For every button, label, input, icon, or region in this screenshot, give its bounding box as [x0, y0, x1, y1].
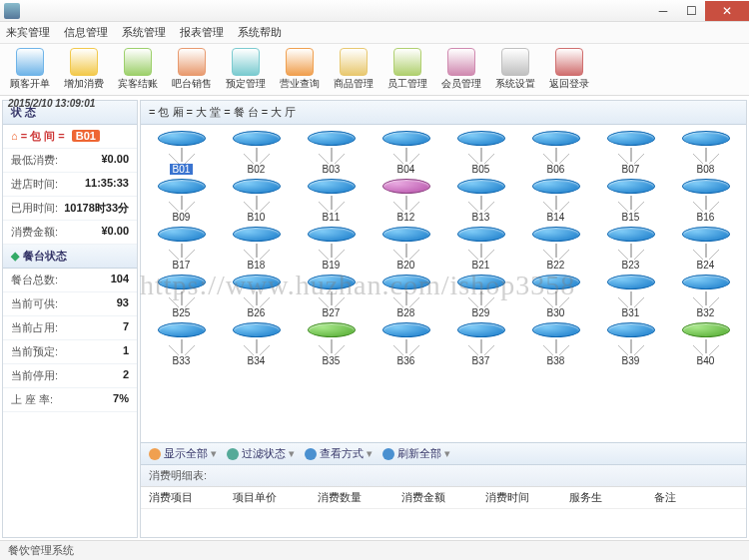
- table-label: B02: [245, 164, 269, 175]
- table-legs-icon: [390, 146, 422, 164]
- table-B36[interactable]: B36: [374, 322, 438, 366]
- table-B04[interactable]: B04: [374, 131, 438, 175]
- col-header[interactable]: 消费数量: [318, 490, 401, 505]
- table-B07[interactable]: B07: [598, 131, 663, 175]
- menu-item[interactable]: 报表管理: [180, 25, 224, 40]
- side-row: 消费金额:¥0.00: [3, 221, 137, 245]
- table-B15[interactable]: B15: [598, 179, 663, 223]
- table-B12[interactable]: B12: [374, 179, 438, 223]
- toolbar-label: 员工管理: [387, 77, 427, 91]
- menu-item[interactable]: 信息管理: [64, 25, 108, 40]
- table-B39[interactable]: B39: [598, 322, 663, 366]
- minimize-button[interactable]: ─: [649, 1, 677, 21]
- table-icon: [158, 322, 206, 337]
- table-stats-header: ◆餐台状态: [3, 245, 137, 269]
- table-B30[interactable]: B30: [523, 275, 588, 318]
- col-header[interactable]: 消费项目: [149, 490, 233, 505]
- table-B01[interactable]: B01: [149, 131, 214, 175]
- table-B08[interactable]: B08: [673, 131, 738, 175]
- table-B03[interactable]: B03: [299, 131, 364, 175]
- table-icon: [457, 322, 505, 337]
- table-B11[interactable]: B11: [299, 179, 364, 223]
- table-label: B28: [394, 307, 418, 318]
- filter-查看方式[interactable]: 查看方式▾: [305, 446, 373, 461]
- toolbar-吧台销售[interactable]: 吧台销售: [168, 48, 216, 91]
- table-B06[interactable]: B06: [523, 131, 588, 175]
- table-B24[interactable]: B24: [673, 227, 738, 271]
- menu-item[interactable]: 系统管理: [122, 25, 166, 40]
- table-icon: [532, 227, 580, 242]
- toolbar-宾客结账[interactable]: 宾客结账: [114, 48, 162, 91]
- current-room: ⌂ = 包 间 = B01: [3, 125, 137, 149]
- row-label: 消费金额:: [11, 225, 58, 240]
- area-tabs[interactable]: = 包 厢 = 大 堂 = 餐 台 = 大 厅: [141, 101, 746, 125]
- table-label: B14: [544, 212, 568, 223]
- table-B14[interactable]: B14: [523, 179, 588, 223]
- toolbar-营业查询[interactable]: 营业查询: [276, 48, 324, 91]
- toolbar-顾客开单[interactable]: 顾客开单: [6, 48, 54, 91]
- table-B05[interactable]: B05: [448, 131, 513, 175]
- table-B16[interactable]: B16: [673, 179, 738, 223]
- toolbar-icon: [178, 48, 206, 76]
- toolbar-系统设置[interactable]: 系统设置: [491, 48, 539, 91]
- toolbar-label: 营业查询: [280, 77, 320, 91]
- table-B35[interactable]: B35: [299, 322, 364, 366]
- toolbar-icon: [393, 48, 421, 76]
- table-B18[interactable]: B18: [224, 227, 289, 271]
- sidebar: 状 态 ⌂ = 包 间 = B01 最低消费:¥0.00进店时间:11:35:3…: [2, 100, 138, 538]
- col-header[interactable]: 消费时间: [485, 490, 569, 505]
- toolbar-返回登录[interactable]: 返回登录: [545, 48, 593, 91]
- toolbar-icon: [555, 48, 583, 76]
- table-icon: [607, 131, 655, 146]
- table-legs-icon: [615, 194, 647, 212]
- table-legs-icon: [316, 242, 348, 260]
- table-B40[interactable]: B40: [673, 322, 738, 366]
- table-B22[interactable]: B22: [523, 227, 588, 271]
- table-icon: [382, 227, 430, 242]
- table-B32[interactable]: B32: [673, 275, 738, 318]
- col-header[interactable]: 消费金额: [401, 490, 485, 505]
- toolbar-会员管理[interactable]: 会员管理: [437, 48, 485, 91]
- table-B34[interactable]: B34: [224, 322, 289, 366]
- close-button[interactable]: ✕: [705, 1, 749, 21]
- col-header[interactable]: 项目单价: [233, 490, 317, 505]
- table-icon: [457, 227, 505, 242]
- side-row: 当前预定:1: [3, 340, 137, 364]
- maximize-button[interactable]: ☐: [677, 1, 705, 21]
- table-B31[interactable]: B31: [598, 275, 663, 318]
- table-B23[interactable]: B23: [598, 227, 663, 271]
- filter-显示全部[interactable]: 显示全部▾: [149, 446, 217, 461]
- table-B13[interactable]: B13: [448, 179, 513, 223]
- table-B25[interactable]: B25: [149, 275, 214, 318]
- toolbar-预定管理[interactable]: 预定管理: [222, 48, 270, 91]
- table-B38[interactable]: B38: [523, 322, 588, 366]
- row-value: ¥0.00: [101, 153, 129, 168]
- table-B26[interactable]: B26: [224, 275, 289, 318]
- table-B21[interactable]: B21: [448, 227, 513, 271]
- col-header[interactable]: 备注: [654, 490, 738, 505]
- toolbar-员工管理[interactable]: 员工管理: [383, 48, 431, 91]
- toolbar-商品管理[interactable]: 商品管理: [330, 48, 377, 91]
- filter-刷新全部[interactable]: 刷新全部▾: [382, 446, 450, 461]
- row-label: 当前占用:: [11, 320, 58, 335]
- menu-item[interactable]: 系统帮助: [238, 25, 282, 40]
- table-B33[interactable]: B33: [149, 322, 214, 366]
- filter-过滤状态[interactable]: 过滤状态▾: [227, 446, 295, 461]
- table-B28[interactable]: B28: [374, 275, 438, 318]
- table-B19[interactable]: B19: [299, 227, 364, 271]
- col-header[interactable]: 服务生: [569, 490, 653, 505]
- menu-item[interactable]: 来宾管理: [6, 25, 50, 40]
- table-B20[interactable]: B20: [374, 227, 438, 271]
- filter-icon: [227, 448, 239, 460]
- table-label: B05: [469, 164, 493, 175]
- table-B10[interactable]: B10: [224, 179, 289, 223]
- table-B37[interactable]: B37: [448, 322, 513, 366]
- table-B27[interactable]: B27: [299, 275, 364, 318]
- table-B09[interactable]: B09: [149, 179, 214, 223]
- table-B17[interactable]: B17: [149, 227, 214, 271]
- table-icon: [457, 131, 505, 146]
- table-legs-icon: [241, 242, 273, 260]
- table-B02[interactable]: B02: [224, 131, 289, 175]
- toolbar-增加消费[interactable]: 增加消费: [60, 48, 108, 91]
- table-B29[interactable]: B29: [448, 275, 513, 318]
